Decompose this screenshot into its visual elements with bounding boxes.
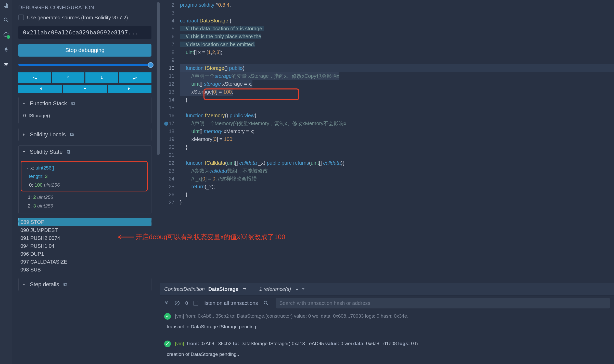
jump-next-button[interactable] [108, 85, 151, 93]
chevron-down-icon [22, 150, 26, 154]
copy-icon[interactable] [63, 282, 68, 287]
copy-icon[interactable] [66, 149, 71, 154]
chevron-down-icon [22, 282, 26, 287]
panel-title: Solidity State [30, 149, 62, 155]
check-icon: ✓ [164, 313, 171, 320]
console-search-icon[interactable] [263, 300, 269, 306]
step-out-button[interactable] [52, 72, 85, 83]
left-margin-dot[interactable] [164, 122, 168, 126]
console-output[interactable]: ✓ [vm] from: 0xAb8...35cb2 to: DataStora… [160, 311, 614, 364]
chevron-down-icon [22, 101, 26, 106]
svg-point-4 [5, 63, 7, 66]
deploy-icon[interactable] [3, 46, 9, 53]
state-length-row: length: 3 [24, 172, 144, 180]
state-array-row: 2: 3 uint256 [21, 202, 148, 210]
opcode-row[interactable]: 098 SUB [18, 266, 151, 274]
panel-title: Solidity Locals [30, 131, 66, 138]
solidity-locals-header[interactable]: Solidity Locals [19, 128, 151, 141]
jump-prev-button[interactable] [18, 85, 62, 93]
share-icon[interactable] [242, 287, 247, 292]
svg-rect-13 [71, 134, 73, 136]
code-editor[interactable]: 2345678910111213141516171819202122232425… [160, 0, 614, 283]
step-over-button[interactable] [119, 72, 152, 83]
peek-name: DataStorage [208, 286, 238, 292]
listen-checkbox[interactable] [193, 301, 198, 306]
tx-hash-input[interactable]: 0x211abc09a126ca829ba0692e8197... [18, 26, 151, 39]
svg-rect-18 [64, 283, 66, 285]
step-details-header[interactable]: Step details [19, 278, 151, 291]
stack-item[interactable]: 0: fStorage() [22, 111, 148, 120]
chevron-up-icon[interactable] [295, 287, 300, 292]
opcode-row[interactable]: 094 PUSH1 04 [18, 242, 151, 250]
gen-sources-checkbox[interactable] [18, 15, 24, 20]
svg-rect-12 [72, 102, 74, 104]
pending-count: 0 [185, 300, 188, 306]
svg-line-8 [4, 65, 5, 65]
panel-title: Step details [30, 281, 59, 288]
peek-refs[interactable]: 1 reference(s) [259, 286, 291, 292]
opcode-row[interactable]: 089 STOP [18, 218, 151, 226]
state-highlight-box: x: uint256[] length: 3 0: 100 uint256 [21, 161, 148, 191]
step-buttons-2 [18, 85, 151, 93]
svg-line-3 [7, 21, 8, 22]
peek-bar: ContractDefinition DataStorage 1 referen… [160, 283, 614, 295]
state-array-row: 1: 2 uint256 [21, 193, 148, 201]
listen-label: listen on all transactions [203, 300, 258, 306]
collapse-icon[interactable] [164, 301, 169, 306]
state-array-row: 0: 100 uint256 [24, 181, 144, 189]
icon-rail [0, 0, 12, 364]
eject-button[interactable] [63, 85, 107, 93]
line-gutter: 2345678910111213141516171819202122232425… [160, 0, 178, 206]
console-line: [vm] from: 0xAb8...35cb2 to: DataStorage… [175, 339, 418, 348]
console-line: transact to DataStorage.fStorage pending… [167, 322, 614, 331]
compile-icon[interactable] [3, 32, 9, 38]
arrow-icon [116, 234, 134, 240]
function-stack-header[interactable]: Function Stack [19, 97, 151, 110]
slider-thumb[interactable] [148, 62, 154, 68]
step-details-panel: Step details [18, 278, 151, 291]
svg-line-22 [266, 304, 268, 305]
clear-icon[interactable] [174, 300, 180, 306]
function-stack-panel: Function Stack 0: fStorage() [18, 97, 151, 124]
svg-rect-15 [68, 151, 70, 153]
svg-rect-11 [72, 103, 74, 105]
svg-point-2 [4, 18, 7, 21]
svg-line-9 [7, 63, 8, 64]
gen-sources-row[interactable]: Use generated sources (from Solidity v0.… [18, 14, 151, 21]
console-toolbar: 0 listen on all transactions Search with… [160, 295, 614, 311]
panel-title: Function Stack [30, 100, 67, 107]
svg-line-7 [4, 63, 5, 64]
svg-line-20 [176, 302, 179, 305]
copy-icon[interactable] [71, 101, 76, 106]
svg-rect-16 [67, 150, 70, 153]
chevron-down-icon [25, 166, 29, 170]
debug-icon[interactable] [3, 61, 9, 67]
scrollbar-thumb[interactable] [157, 2, 160, 155]
stop-debugging-button[interactable]: Stop debugging [18, 44, 151, 57]
debugger-sidebar: DEBUGGER CONFIGURATION Use generated sou… [12, 0, 160, 364]
check-icon: ✓ [164, 341, 171, 347]
opcode-row[interactable]: 097 CALLDATASIZE [18, 258, 151, 266]
debugger-title: DEBUGGER CONFIGURATION [18, 5, 151, 10]
code-body[interactable]: pragma solidity ^0.8.4;contract DataStor… [180, 0, 614, 206]
svg-line-10 [7, 65, 8, 65]
svg-point-21 [264, 301, 267, 304]
solidity-state-panel: Solidity State x: uint256[] length: 3 0:… [18, 145, 151, 214]
step-buttons-1 [18, 72, 151, 83]
console-search-input[interactable]: Search with transaction hash or address [276, 298, 610, 308]
svg-rect-17 [65, 284, 67, 286]
status-dot-icon [7, 35, 10, 39]
search-icon[interactable] [3, 17, 9, 23]
console-line: [vm] from: 0xAb8...35cb2 to: DataStorage… [175, 311, 408, 321]
gen-sources-label: Use generated sources (from Solidity v0.… [27, 14, 128, 21]
svg-rect-14 [70, 133, 73, 135]
step-into-button[interactable] [85, 72, 118, 83]
chevron-down-icon[interactable] [301, 287, 306, 292]
step-back-button[interactable] [18, 72, 51, 83]
solidity-state-header[interactable]: Solidity State [19, 146, 151, 158]
copy-icon[interactable] [69, 132, 74, 137]
opcode-row[interactable]: 096 DUP1 [18, 250, 151, 258]
step-slider[interactable] [18, 64, 151, 67]
state-var-row[interactable]: x: uint256[] [24, 164, 144, 172]
files-icon[interactable] [3, 2, 9, 8]
